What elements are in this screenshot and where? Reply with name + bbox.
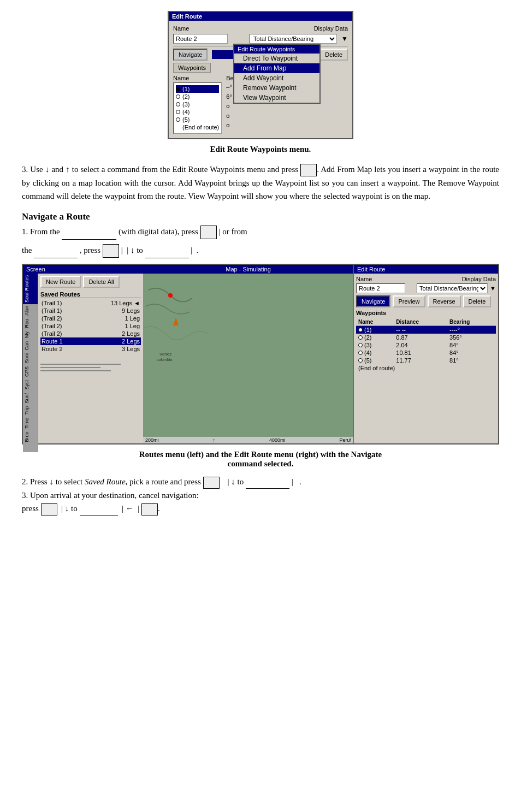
map-label-1: Venez — [159, 352, 171, 357]
er-name-col: Name — [356, 318, 394, 326]
screenshot-caption: Routes menu (left) and the Edit Route me… — [22, 450, 499, 469]
tab-alan[interactable]: Alan — [23, 304, 38, 317]
menu-item-add-waypoint[interactable]: Add Waypoint — [234, 73, 319, 83]
route-route1[interactable]: Route 1 2 Legs — [40, 337, 141, 345]
route-dist-trail2a: 1 Leg — [125, 315, 140, 322]
radio-5-top — [176, 117, 180, 122]
tab-trip[interactable]: Trip — [23, 405, 38, 416]
tab-routes[interactable]: Sour Routes — [23, 274, 38, 304]
context-menu-overlay: Edit Route Waypoints Direct To Waypoint … — [233, 44, 321, 104]
route-name-input-top[interactable] — [173, 34, 228, 44]
waypoint-item-4-top[interactable]: (4) — [176, 108, 219, 116]
route-name-row-top: Total Distance/Bearing ▼ — [173, 34, 348, 44]
route-name-trail2a: (Trail 2) — [42, 315, 62, 322]
edit-route-right-panel: Edit Route Name Display Data Total Dista… — [353, 265, 498, 444]
new-route-btn[interactable]: New Route — [40, 276, 81, 288]
terrain-1 — [143, 327, 209, 340]
edit-route-right-body: Name Display Data Total Distance/Bearing… — [354, 274, 498, 374]
navigate-btn-top[interactable]: Navigate — [173, 49, 208, 61]
waypoint-item-5-top[interactable]: (5) — [176, 116, 219, 123]
er-wp-1-bear: ----° — [447, 325, 496, 334]
er-wp-3-dist: 2.04 — [394, 341, 447, 349]
table-row[interactable]: (5) 11.77 81° — [356, 357, 496, 364]
menu-item-view[interactable]: View Waypoint — [234, 93, 319, 103]
er-distance-col: Distance — [394, 318, 447, 326]
route-trail2-b[interactable]: (Trail 2) 1 Leg — [40, 322, 141, 330]
route-dist-trail2c: 2 Legs — [122, 330, 140, 337]
er-wp-5-name: (5) — [356, 357, 394, 364]
er-wp-2-dist: 0.87 — [394, 334, 447, 341]
tab-sun[interactable]: Sun/ — [23, 392, 38, 405]
er-wp-5-dist: 11.77 — [394, 357, 447, 364]
route-trail2-a[interactable]: (Trail 2) 1 Leg — [40, 315, 141, 322]
key-blank-1 — [200, 226, 217, 239]
bearing-4-top: o — [226, 111, 247, 121]
delete-all-btn[interactable]: Delete All — [83, 276, 119, 288]
menu-item-direct[interactable]: Direct To Waypoint — [234, 54, 319, 63]
waypoint-item-3-top[interactable]: (3) — [176, 100, 219, 108]
cursor-icon — [173, 317, 179, 325]
display-select-top[interactable]: Total Distance/Bearing — [250, 34, 337, 44]
radio-2-top — [176, 94, 180, 99]
table-row[interactable]: (4) 10.81 84° — [356, 349, 496, 357]
delete-btn-top[interactable]: Delete — [319, 49, 348, 61]
route-name-trail1a: (Trail 1) — [42, 300, 62, 306]
menu-item-add-map[interactable]: Add From Map — [234, 63, 319, 73]
tab-brov[interactable]: Brov — [23, 430, 38, 444]
tab-soni[interactable]: Soni — [23, 352, 38, 365]
waypoint-name-1-top: (1) — [182, 86, 190, 92]
display-data-label-top: Display Data — [314, 25, 348, 32]
menu-item-remove[interactable]: Remove Waypoint — [234, 83, 319, 93]
table-row[interactable]: (3) 2.04 84° — [356, 341, 496, 349]
route-trail1-b[interactable]: (Trail 1) 9 Legs — [40, 307, 141, 315]
route-trail2-c[interactable]: (Trail 2) 2 Legs — [40, 330, 141, 337]
route-trail1-a[interactable]: (Trail 1) 13 Legs ◄ — [40, 299, 141, 307]
tab-gps[interactable]: GPS — [23, 365, 38, 378]
radio-1-top — [176, 87, 180, 91]
tab-my[interactable]: My — [23, 330, 38, 340]
er-col-headers: Name Distance Bearing — [356, 318, 496, 326]
tab-time[interactable]: Time — [23, 416, 38, 430]
routes-content: New Route Delete All Saved Routes (Trail… — [38, 274, 143, 453]
tab-rou[interactable]: Rou — [23, 317, 38, 330]
route-route2[interactable]: Route 2 3 Legs — [40, 345, 141, 353]
blank-dest — [246, 475, 289, 489]
route-name-trail2c: (Trail 2) — [42, 330, 62, 337]
map-status-right: 4000mi — [269, 437, 286, 443]
er-wp-2-name: (2) — [356, 334, 394, 341]
waypoint-item-2-top[interactable]: (2) — [176, 93, 219, 100]
route-dist-trail1b: 9 Legs — [122, 307, 140, 314]
key-blank-2 — [103, 244, 119, 258]
er-delete-btn[interactable]: Delete — [463, 295, 492, 307]
route-name-trail1b: (Trail 1) — [42, 307, 62, 314]
waypoints-list-box-top: (1) (2) (3) — [173, 82, 222, 134]
table-row[interactable]: (1) -- -- ----° — [356, 325, 496, 334]
er-preview-btn[interactable]: Preview — [393, 295, 425, 307]
tab-syst[interactable]: Syst — [23, 378, 38, 392]
decorative-lines — [40, 364, 141, 371]
er-waypoints-thead: Name Distance Bearing — [356, 318, 496, 326]
map-status-bar: 200mi ↑ 4000mi Peru\ — [143, 437, 353, 443]
er-reverse-btn[interactable]: Reverse — [428, 295, 461, 307]
table-row[interactable]: (2) 0.87 356° — [356, 334, 496, 341]
er-display-select[interactable]: Total Distance/Bearing — [417, 283, 488, 293]
blank-1 — [62, 224, 116, 240]
context-menu-title: Edit Route Waypoints — [234, 45, 319, 54]
routes-title-bar: Screen — [23, 265, 143, 274]
blank-2 — [34, 243, 78, 258]
route-name-route2: Route 2 — [42, 346, 63, 352]
route-dist-trail2b: 1 Leg — [125, 323, 140, 329]
er-name-input[interactable] — [356, 283, 405, 293]
dropdown-arrow-top: ▼ — [341, 35, 348, 43]
waypoint-item-1-top[interactable]: (1) — [176, 85, 219, 93]
waypoint-name-3-top: (3) — [182, 101, 190, 108]
figure-caption-top: Edit Route Waypoints menu. — [22, 145, 499, 154]
key-blank-4 — [41, 503, 57, 516]
tab-can[interactable]: Can — [23, 340, 38, 352]
navigate-route-heading: Navigate a Route — [22, 211, 499, 222]
er-navigate-btn[interactable]: Navigate — [356, 295, 390, 307]
map-label-2: colombia — [157, 358, 172, 361]
key-blank-5 — [141, 503, 158, 516]
name-col-header: Name — [173, 75, 222, 81]
map-panel: Map - Simulating Venez colombia 200mi ↑ … — [143, 265, 353, 444]
